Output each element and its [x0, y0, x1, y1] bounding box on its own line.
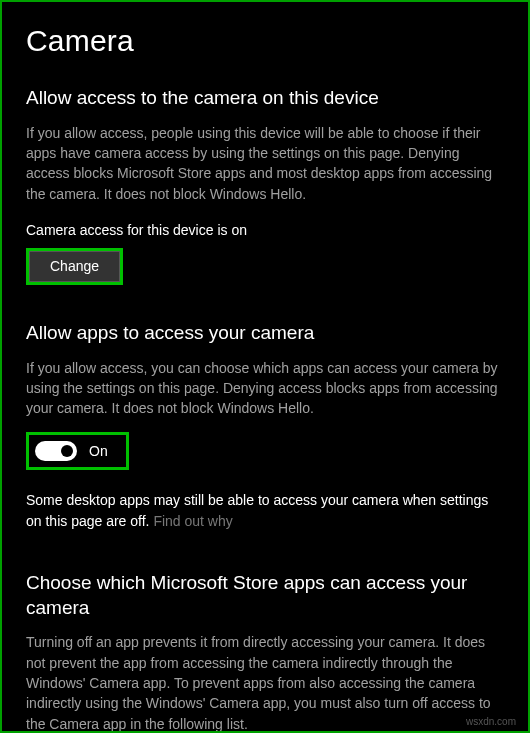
- choose-apps-description: Turning off an app prevents it from dire…: [26, 632, 504, 733]
- desktop-apps-note: Some desktop apps may still be able to a…: [26, 490, 504, 531]
- section-heading-device-access: Allow access to the camera on this devic…: [26, 86, 504, 111]
- settings-page: Camera Allow access to the camera on thi…: [0, 0, 530, 733]
- change-button-highlight: Change: [26, 248, 123, 285]
- section-heading-choose-apps: Choose which Microsoft Store apps can ac…: [26, 571, 504, 620]
- page-title: Camera: [26, 24, 504, 58]
- app-access-toggle[interactable]: [35, 441, 77, 461]
- device-access-status: Camera access for this device is on: [26, 222, 504, 238]
- section-heading-app-access: Allow apps to access your camera: [26, 321, 504, 346]
- app-access-toggle-label: On: [89, 443, 108, 459]
- find-out-why-link[interactable]: Find out why: [153, 513, 232, 529]
- change-button[interactable]: Change: [29, 251, 120, 282]
- device-access-description: If you allow access, people using this d…: [26, 123, 504, 204]
- watermark-text: wsxdn.com: [466, 716, 516, 727]
- app-access-toggle-highlight: On: [26, 432, 129, 470]
- app-access-description: If you allow access, you can choose whic…: [26, 358, 504, 419]
- desktop-apps-note-text: Some desktop apps may still be able to a…: [26, 492, 488, 528]
- toggle-knob-icon: [61, 445, 73, 457]
